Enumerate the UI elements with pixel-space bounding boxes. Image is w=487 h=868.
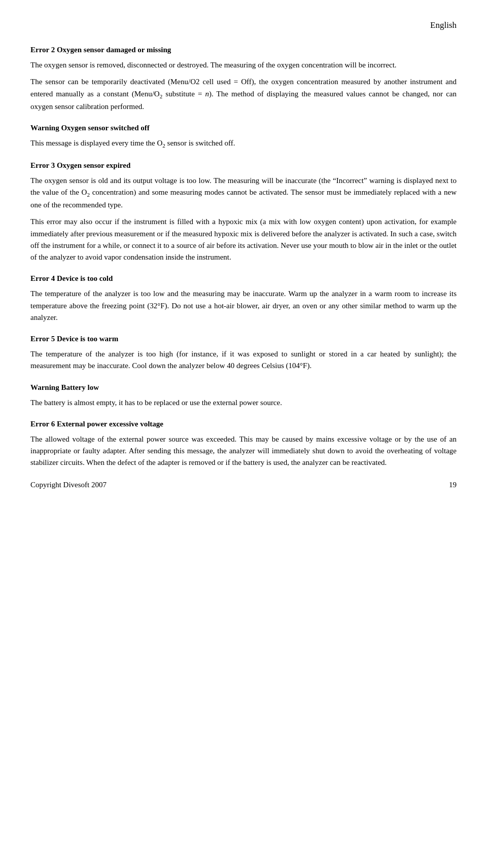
copyright-label: Copyright Divesoft 2007 xyxy=(30,481,107,489)
warning-battery-paragraph: The battery is almost empty, it has to b… xyxy=(30,397,457,409)
error2-paragraph1: The oxygen sensor is removed, disconnect… xyxy=(30,59,457,71)
error2-heading: Error 2 Oxygen sensor damaged or missing xyxy=(30,46,457,54)
page-number: 19 xyxy=(449,481,457,489)
error5-heading: Error 5 Device is too warm xyxy=(30,335,457,343)
error4-paragraph: The temperature of the analyzer is too l… xyxy=(30,288,457,323)
error3-paragraph2: This error may also occur if the instrum… xyxy=(30,216,457,263)
error3-paragraph1: The oxygen sensor is old and its output … xyxy=(30,175,457,211)
error3-heading: Error 3 Oxygen sensor expired xyxy=(30,161,457,170)
page-header: English xyxy=(30,20,457,30)
subscript-2c: 2 xyxy=(87,192,90,198)
error6-paragraph: The allowed voltage of the external powe… xyxy=(30,433,457,469)
warning-o2-heading: Warning Oxygen sensor switched off xyxy=(30,124,457,132)
language-label: English xyxy=(430,20,457,30)
page: English Error 2 Oxygen sensor damaged or… xyxy=(0,0,487,504)
subscript-2b: 2 xyxy=(162,142,165,149)
error5-paragraph: The temperature of the analyzer is too h… xyxy=(30,348,457,372)
warning-battery-heading: Warning Battery low xyxy=(30,383,457,392)
warning-o2-paragraph: This message is displayed every time the… xyxy=(30,137,457,150)
subscript-2a: 2 xyxy=(160,93,163,99)
page-footer: Copyright Divesoft 2007 19 xyxy=(30,481,457,489)
error6-heading: Error 6 External power excessive voltage xyxy=(30,420,457,428)
error4-heading: Error 4 Device is too cold xyxy=(30,274,457,283)
error2-paragraph2: The sensor can be temporarily deactivate… xyxy=(30,76,457,113)
